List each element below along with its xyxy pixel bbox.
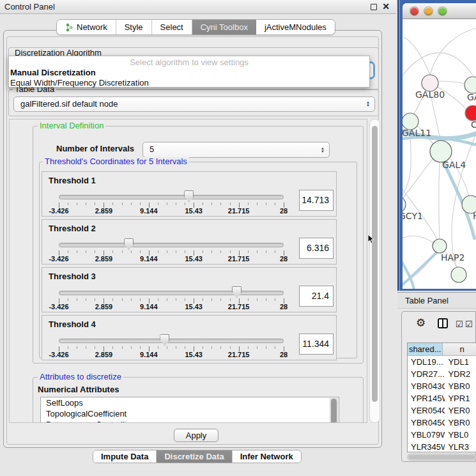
- tab-label: Style: [125, 20, 143, 35]
- threshold-1-label: Threshold 1: [49, 176, 96, 185]
- settings-scrollbar-thumb[interactable]: [372, 126, 378, 402]
- threshold-2-slider-thumb[interactable]: [124, 238, 134, 250]
- tab-jactivemnodules[interactable]: jActiveMNodules: [256, 20, 335, 35]
- axis-tick-label: 2.859: [95, 351, 113, 358]
- table-row[interactable]: YBR043CYBR0: [408, 380, 476, 392]
- threshold-3-slider-track[interactable]: [59, 291, 284, 295]
- bottom-tabbar: Impute Data Discretize Data Infer Networ…: [93, 450, 302, 463]
- network-icon: [65, 23, 73, 32]
- network-canvas[interactable]: GAL80GACGAL11GAL4GCY1HHAP2: [403, 19, 476, 289]
- tab-network[interactable]: Network: [57, 20, 116, 35]
- table-row[interactable]: YER054CYER0: [408, 404, 476, 417]
- tab-style[interactable]: Style: [116, 20, 152, 35]
- node-table[interactable]: shared... n YDL19...YDL1YDR27...YDR2YBR0…: [407, 342, 476, 452]
- minimize-traffic-light[interactable]: [424, 7, 433, 15]
- table-hscrollbar-thumb[interactable]: [408, 455, 475, 459]
- algorithm-option-manual[interactable]: Manual Discretization: [10, 68, 96, 77]
- network-node[interactable]: [433, 239, 447, 253]
- axis-tick-label: 21.715: [228, 255, 250, 263]
- table-panel-window: ⚙ ☑ ☑ shared... n YDL19...YDL1YDR27...YD…: [401, 311, 476, 462]
- numerical-attributes-list[interactable]: SelfLoopsTopologicalCoefficientBetweenne…: [40, 397, 339, 423]
- network-node-label: H: [473, 211, 476, 221]
- attribute-item[interactable]: TopologicalCoefficient: [41, 408, 339, 419]
- axis-tick-label: 15.43: [185, 207, 203, 215]
- threshold-1-value-field[interactable]: 14.713: [299, 190, 334, 211]
- threshold-1-slider-thumb[interactable]: [184, 190, 194, 202]
- threshold-3-slider-thumb[interactable]: [232, 286, 242, 298]
- network-node-label: GAL4: [442, 160, 466, 170]
- table-panel-titlebar: Table Panel: [397, 292, 476, 309]
- threshold-2-axis-labels: -3.4262.8599.14415.4321.71528: [42, 255, 336, 263]
- column-header-shared-name[interactable]: shared...: [408, 343, 443, 355]
- apply-button[interactable]: Apply: [174, 429, 219, 442]
- table-row[interactable]: YBL079WYBL0: [408, 429, 476, 441]
- algorithm-hint-option[interactable]: Select algorithm to view settings: [9, 58, 369, 67]
- tab-impute-data[interactable]: Impute Data: [93, 450, 157, 463]
- network-node[interactable]: [464, 77, 476, 93]
- network-node[interactable]: [430, 141, 452, 162]
- attribute-item[interactable]: BetweennessCentrality: [41, 419, 339, 423]
- axis-tick-label: 2.859: [95, 303, 113, 311]
- threshold-4-axis-labels: -3.4262.8599.14415.4321.71528: [42, 351, 336, 358]
- network-node[interactable]: [451, 267, 466, 282]
- checkbox-checked-icon[interactable]: ☑: [456, 319, 463, 329]
- axis-tick-label: -3.426: [49, 351, 68, 358]
- table-horizontal-scrollbar[interactable]: [407, 454, 476, 461]
- attributes-group-label: Attributes to discretize: [38, 372, 123, 381]
- close-traffic-light[interactable]: [410, 7, 418, 15]
- network-node-label: GAL80: [415, 89, 445, 100]
- threshold-2-slider-track[interactable]: [59, 243, 284, 247]
- tab-discretize-data[interactable]: Discretize Data: [157, 450, 232, 463]
- table-data-selected-value: galFiltered.sif default node: [20, 99, 118, 109]
- table-body: YDL19...YDL1YDR27...YDR2YBR043CYBR0YPR14…: [408, 356, 476, 452]
- float-window-icon[interactable]: [371, 4, 377, 10]
- table-cell: YDL19...: [408, 356, 445, 368]
- axis-tick-label: -3.426: [49, 207, 68, 215]
- table-cell: YDR27...: [408, 368, 445, 380]
- columns-icon[interactable]: [438, 318, 448, 328]
- attribute-item[interactable]: SelfLoops: [41, 397, 339, 408]
- tab-label: Select: [160, 20, 183, 35]
- axis-tick-label: 21.715: [228, 351, 250, 358]
- threshold-4-slider-thumb[interactable]: [160, 334, 169, 346]
- threshold-2-value-field[interactable]: 6.316: [299, 238, 334, 259]
- network-node-label: GCY1: [403, 211, 423, 221]
- threshold-3-value-field[interactable]: 21.4: [299, 286, 334, 307]
- tab-infer-network[interactable]: Infer Network: [233, 450, 301, 463]
- table-cell: YER054C: [408, 404, 445, 417]
- table-cell: YBL0: [445, 429, 476, 441]
- window-title: Control Panel: [4, 2, 55, 12]
- axis-tick-label: 9.144: [140, 351, 158, 358]
- table-row[interactable]: YLR345WYLR3: [408, 441, 476, 452]
- gear-icon[interactable]: ⚙: [416, 316, 426, 330]
- mouse-cursor: [367, 234, 374, 244]
- threshold-4-value-field[interactable]: 11.344: [299, 334, 334, 355]
- threshold-3-label: Threshold 3: [49, 272, 96, 281]
- table-cell: YBR043C: [408, 380, 445, 392]
- column-header-name[interactable]: n: [443, 343, 476, 355]
- tab-label: jActiveMNodules: [265, 20, 326, 35]
- close-icon[interactable]: ✕: [382, 1, 390, 12]
- number-of-intervals-combobox[interactable]: 5 ▲▼: [142, 142, 330, 158]
- tab-cyni-toolbox[interactable]: Cyni Toolbox: [192, 20, 256, 35]
- table-cell: YBR0: [445, 417, 476, 429]
- threshold-1-slider-track[interactable]: [59, 195, 284, 199]
- network-node[interactable]: [465, 105, 476, 121]
- table-data-combobox[interactable]: galFiltered.sif default node ▲▼: [13, 96, 375, 112]
- table-row[interactable]: YDL19...YDL1: [408, 356, 476, 368]
- checkbox-checked-icon[interactable]: ☑: [465, 319, 473, 329]
- algorithm-option-equal-width[interactable]: Equal Width/Frequency Discretization: [10, 78, 149, 88]
- number-of-intervals-value: 5: [150, 144, 154, 154]
- thresholds-group-label: Threshold's Coordinates for 5 Intervals: [43, 157, 189, 166]
- table-header-row: shared... n: [408, 343, 476, 356]
- attributes-scrollbar[interactable]: [330, 398, 338, 423]
- settings-vertical-scrollbar[interactable]: [369, 119, 380, 423]
- tab-select[interactable]: Select: [152, 20, 192, 35]
- threshold-4-slider-track[interactable]: [59, 339, 284, 343]
- zoom-traffic-light[interactable]: [438, 7, 447, 15]
- table-row[interactable]: YBR045CYBR0: [408, 417, 476, 429]
- table-row[interactable]: YPR145WYPR1: [408, 392, 476, 404]
- interval-definition-label: Interval Definition: [38, 121, 105, 130]
- attributes-scrollbar-thumb[interactable]: [331, 399, 337, 423]
- table-row[interactable]: YDR27...YDR2: [408, 368, 476, 380]
